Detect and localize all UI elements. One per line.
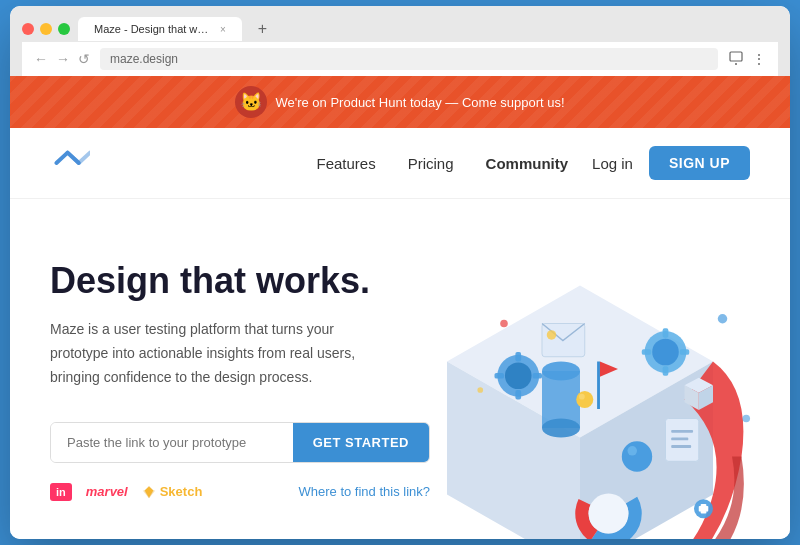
minimize-traffic-light[interactable] bbox=[40, 23, 52, 35]
svg-point-43 bbox=[477, 387, 483, 393]
partner-logos: in marvel Sketch bbox=[50, 483, 202, 501]
svg-rect-17 bbox=[663, 366, 669, 376]
svg-point-9 bbox=[505, 362, 532, 389]
illustration-container bbox=[390, 219, 770, 539]
product-hunt-banner[interactable]: 🐱 We're on Product Hunt today — Come sup… bbox=[10, 76, 790, 128]
maximize-traffic-light[interactable] bbox=[58, 23, 70, 35]
svg-rect-20 bbox=[597, 362, 600, 410]
svg-point-44 bbox=[742, 415, 750, 423]
new-tab-button[interactable]: + bbox=[250, 16, 275, 42]
svg-point-24 bbox=[576, 391, 593, 408]
svg-rect-28 bbox=[671, 438, 688, 441]
svg-point-1 bbox=[735, 63, 737, 65]
browser-actions: ⋮ bbox=[728, 50, 766, 69]
svg-rect-0 bbox=[730, 52, 742, 61]
product-hunt-mascot: 🐱 bbox=[235, 86, 267, 118]
svg-point-23 bbox=[628, 446, 638, 456]
tab-title: Maze - Design that works. bbox=[94, 23, 214, 35]
svg-rect-11 bbox=[515, 390, 521, 400]
svg-rect-12 bbox=[495, 373, 505, 379]
svg-rect-16 bbox=[663, 328, 669, 338]
website-content: 🐱 We're on Product Hunt today — Come sup… bbox=[10, 76, 790, 539]
svg-point-22 bbox=[622, 441, 652, 471]
svg-point-42 bbox=[718, 314, 728, 324]
svg-rect-29 bbox=[671, 445, 691, 448]
svg-rect-19 bbox=[680, 349, 690, 355]
svg-rect-35 bbox=[699, 506, 709, 512]
svg-point-7 bbox=[542, 419, 580, 438]
hero-section: Design that works. Maze is a user testin… bbox=[10, 199, 790, 539]
address-input[interactable] bbox=[100, 48, 718, 70]
nav-community[interactable]: Community bbox=[486, 155, 569, 172]
nav-links: Features Pricing Community bbox=[316, 155, 568, 172]
nav-pricing[interactable]: Pricing bbox=[408, 155, 454, 172]
hero-description: Maze is a user testing platform that tur… bbox=[50, 318, 370, 389]
traffic-lights bbox=[22, 23, 70, 35]
menu-icon[interactable]: ⋮ bbox=[752, 51, 766, 67]
svg-rect-27 bbox=[671, 430, 693, 433]
forward-button[interactable]: → bbox=[56, 51, 70, 67]
svg-rect-13 bbox=[533, 373, 543, 379]
nav-buttons: ← → ↺ bbox=[34, 51, 90, 67]
refresh-button[interactable]: ↺ bbox=[78, 51, 90, 67]
prototype-url-input[interactable] bbox=[51, 423, 293, 462]
partner-row: in marvel Sketch Where to find this link… bbox=[50, 483, 430, 501]
address-bar-row: ← → ↺ ⋮ bbox=[22, 42, 778, 76]
browser-window: Maze - Design that works. × + ← → ↺ ⋮ bbox=[10, 6, 790, 539]
close-traffic-light[interactable] bbox=[22, 23, 34, 35]
nav-features[interactable]: Features bbox=[316, 155, 375, 172]
svg-rect-18 bbox=[642, 349, 652, 355]
hero-illustration bbox=[510, 239, 750, 509]
back-button[interactable]: ← bbox=[34, 51, 48, 67]
logo[interactable] bbox=[50, 149, 90, 177]
tab-close-button[interactable]: × bbox=[220, 24, 226, 35]
marvel-logo: marvel bbox=[86, 484, 128, 499]
prototype-input-row: GET STARTED bbox=[50, 422, 430, 463]
svg-point-40 bbox=[547, 330, 557, 340]
signup-button[interactable]: SIGN UP bbox=[649, 146, 750, 180]
main-nav: Features Pricing Community Log in SIGN U… bbox=[10, 128, 790, 199]
browser-tab[interactable]: Maze - Design that works. × bbox=[78, 17, 242, 41]
svg-rect-10 bbox=[515, 352, 521, 362]
svg-point-15 bbox=[652, 339, 679, 366]
svg-point-32 bbox=[589, 494, 629, 534]
sketch-logo: Sketch bbox=[142, 484, 203, 499]
browser-chrome: Maze - Design that works. × + ← → ↺ ⋮ bbox=[10, 6, 790, 76]
mascot-emoji: 🐱 bbox=[240, 91, 262, 113]
banner-text: We're on Product Hunt today — Come suppo… bbox=[275, 95, 564, 110]
svg-point-41 bbox=[500, 320, 508, 328]
account-icon[interactable] bbox=[728, 50, 744, 69]
login-link[interactable]: Log in bbox=[592, 155, 633, 172]
invision-logo: in bbox=[50, 483, 72, 501]
svg-point-25 bbox=[579, 394, 585, 400]
